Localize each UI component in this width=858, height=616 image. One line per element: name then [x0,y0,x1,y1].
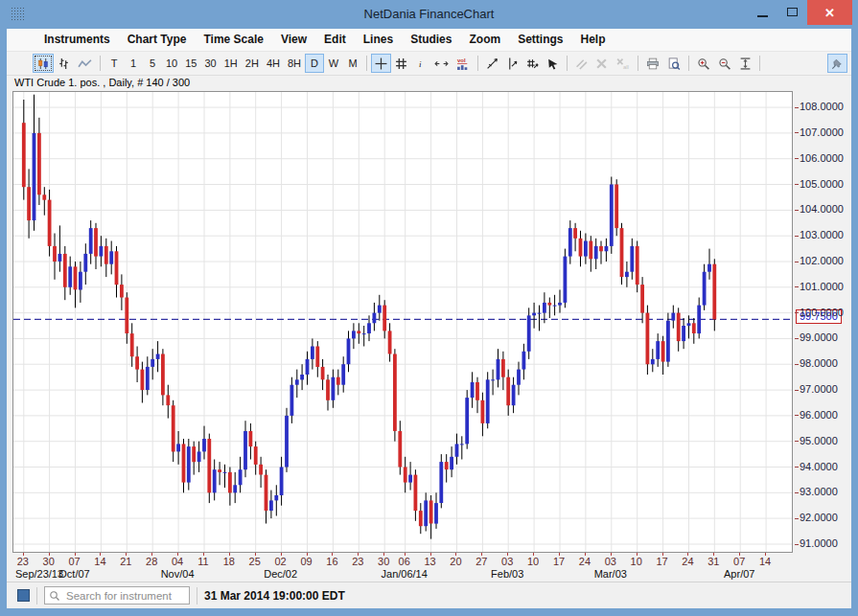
instrument-search-box[interactable] [44,586,190,605]
timescale-button-t[interactable]: T [104,54,124,73]
volume-button[interactable]: vol [452,54,474,73]
app-icon [11,7,26,22]
search-input[interactable] [64,589,185,603]
time-axis-day-label: 17 [656,556,667,567]
timescale-button-1[interactable]: 1 [124,54,143,73]
timescale-button-d[interactable]: D [305,54,324,73]
menu-item-help[interactable]: Help [571,29,614,51]
parallel-lines-icon [575,57,588,70]
zoom-in-icon [697,57,710,70]
time-axis-day-label: 30 [378,556,389,567]
horizontal-line-tool-button[interactable] [522,54,543,73]
info-button[interactable]: i [411,54,430,73]
chart-plot-area[interactable] [12,91,793,553]
timescale-button-15[interactable]: 15 [181,54,200,73]
menu-item-zoom[interactable]: Zoom [460,29,509,51]
menu-item-lines[interactable]: Lines [355,29,402,51]
time-axis-day-label: 10 [631,556,642,567]
time-axis: 23Sep/23/133007Oct/0714212804Nov/0411182… [12,553,793,582]
zoom-in-button[interactable] [693,54,714,73]
search-icon [49,590,60,602]
delete-line-button[interactable] [591,54,612,73]
maximize-icon [787,8,798,16]
toolbar: T151015301H2H4H8HDWM i [7,52,851,76]
minimize-icon [757,15,768,17]
price-axis-label: 105.0000 [795,178,844,190]
candlestick-chart-button[interactable] [33,54,54,73]
volume-icon: vol [456,57,470,70]
time-axis-month-label: Feb/03 [491,568,523,580]
menu-item-time-scale[interactable]: Time Scale [195,29,271,51]
timescale-button-2h[interactable]: 2H [242,54,263,73]
time-axis-day-label: 14 [94,556,105,567]
pin-toolbar-button[interactable] [827,54,847,73]
pointer-icon [546,57,559,70]
time-axis-day-label: 04 [172,556,183,567]
time-axis-day-label: 14 [759,556,771,567]
menu-item-chart-type[interactable]: Chart Type [119,29,196,51]
crosshair-button[interactable] [371,54,391,73]
toolbar-separator [567,56,568,71]
fit-vertical-button[interactable] [735,54,755,73]
horizontal-arrows-icon [434,57,449,70]
timescale-button-m[interactable]: M [343,54,362,73]
pointer-tool-button[interactable] [543,54,563,73]
parallel-lines-button[interactable] [571,54,591,73]
minimize-button[interactable] [748,0,777,24]
timescale-button-10[interactable]: 10 [162,54,181,73]
candlestick-icon [36,57,50,70]
timescale-button-w[interactable]: W [324,54,343,73]
trend-line-tool-button[interactable] [482,54,502,73]
toolbar-separator [366,56,367,71]
price-axis-label: 100.0000 [795,307,844,318]
status-bar: 31 Mar 2014 19:00:00 EDT [7,582,851,608]
zoom-out-button[interactable] [714,54,735,73]
time-axis-day-label: 25 [249,556,261,567]
close-button[interactable]: ✕ [807,0,852,25]
time-axis-day-label: 23 [17,556,29,567]
time-axis-month-label: Nov/04 [161,568,195,580]
print-preview-button[interactable] [663,54,684,73]
candlestick-chart[interactable] [13,92,792,552]
time-axis-day-label: 10 [527,556,539,567]
print-button[interactable] [642,54,663,73]
time-axis-day-label: 03 [501,556,513,567]
menu-item-settings[interactable]: Settings [509,29,571,51]
menu-item-view[interactable]: View [272,29,315,51]
time-axis-day-label: 28 [146,556,157,567]
scroll-horizontal-button[interactable] [430,54,452,73]
timescale-button-8h[interactable]: 8H [284,54,305,73]
maximize-button[interactable] [777,0,807,24]
timescale-button-30[interactable]: 30 [201,54,220,73]
window-title: NetDania FinanceChart [0,0,858,29]
grid-icon [395,57,407,70]
line-chart-button[interactable] [74,54,96,73]
crosshair-icon [375,57,387,70]
grid-toggle-button[interactable] [391,54,411,73]
price-axis-label: 108.0000 [795,101,844,112]
ohlc-bar-chart-button[interactable] [54,54,74,73]
timescale-button-5[interactable]: 5 [143,54,162,73]
ohlc-bars-icon [58,57,70,70]
menu-item-studies[interactable]: Studies [402,29,460,51]
price-axis-label: 103.0000 [795,229,844,240]
menu-item-instruments[interactable]: Instruments [35,29,119,51]
price-axis-label: 102.0000 [795,255,844,266]
delete-all-lines-button[interactable]: all [612,54,634,73]
menu-item-edit[interactable]: Edit [315,29,355,51]
time-axis-day-label: 06 [399,556,410,567]
price-axis-label: 104.0000 [795,203,844,215]
time-axis-day-label: 18 [223,556,235,567]
time-axis-day-label: 24 [682,556,693,567]
price-axis-label: 96.0000 [795,409,838,421]
svg-text:vol: vol [457,57,466,63]
timescale-button-4h[interactable]: 4H [263,54,284,73]
timescale-button-1h[interactable]: 1H [220,54,242,73]
chart-panel: WTI Crude 1. pos. , Daily, # 140 / 300 9… [7,76,851,582]
price-axis-label: 99.0000 [795,331,838,343]
vertical-line-tool-button[interactable] [502,54,522,73]
fit-vertical-icon [739,57,752,70]
time-axis-day-label: 17 [553,556,565,567]
toolbar-separator [100,56,101,71]
time-axis-day-label: 16 [326,556,337,567]
